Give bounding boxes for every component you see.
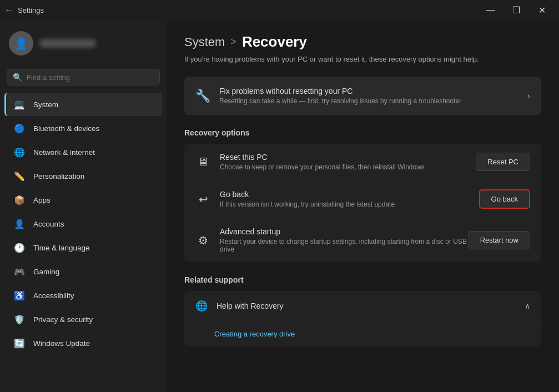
user-profile: 👤 <box>0 20 167 67</box>
go-back-icon: ↩ <box>195 193 211 206</box>
accessibility-icon: ♿ <box>13 289 26 301</box>
gaming-label: Gaming <box>33 268 59 276</box>
recovery-row-advanced-startup: ⚙ Advanced startup Restart your device t… <box>184 218 541 262</box>
window-controls: — ❐ ✕ <box>478 0 555 20</box>
go-back-subtitle: If this version isn't working, try unins… <box>220 200 479 208</box>
go-back-text: Go back If this version isn't working, t… <box>220 190 479 208</box>
chevron-right-icon: › <box>527 91 530 101</box>
breadcrumb-system: System <box>184 35 225 49</box>
personalization-icon: ✏️ <box>13 170 26 182</box>
apps-icon: 📦 <box>13 194 26 206</box>
breadcrumb-separator: > <box>230 36 236 48</box>
fix-card-subtitle: Resetting can take a while — first, try … <box>219 97 527 105</box>
time-language-icon: 🕐 <box>13 242 26 254</box>
related-support-header: Related support <box>184 275 541 284</box>
avatar: 👤 <box>9 31 33 56</box>
breadcrumb-page: Recovery <box>242 33 307 51</box>
sidebar-item-bluetooth[interactable]: 🔵 Bluetooth & devices <box>4 117 162 140</box>
minimize-button[interactable]: — <box>478 0 503 20</box>
accessibility-label: Accessibility <box>33 292 74 300</box>
page-description: If you're having problems with your PC o… <box>184 55 541 63</box>
app-title: Settings <box>18 6 44 14</box>
sidebar-item-accessibility[interactable]: ♿ Accessibility <box>4 284 162 307</box>
reset-pc-text: Reset this PC Choose to keep or remove y… <box>220 153 476 171</box>
network-icon: 🌐 <box>13 146 26 158</box>
maximize-button[interactable]: ❐ <box>503 0 529 20</box>
accounts-label: Accounts <box>33 220 64 228</box>
search-bar[interactable]: 🔍 <box>7 69 160 86</box>
advanced-startup-icon: ⚙ <box>195 234 211 247</box>
fix-problems-card[interactable]: 🔧 Fix problems without resetting your PC… <box>184 77 541 115</box>
sidebar-item-accounts[interactable]: 👤 Accounts <box>4 212 162 235</box>
app-body: 👤 🔍 💻 System 🔵 Bluetooth & devices 🌐 Net… <box>0 20 559 392</box>
reset-pc-subtitle: Choose to keep or remove your personal f… <box>220 163 476 171</box>
support-card: 🌐 Help with Recovery ∧ Creating a recove… <box>184 291 541 346</box>
sidebar-item-apps[interactable]: 📦 Apps <box>4 188 162 212</box>
recovery-options-list: 🖥 Reset this PC Choose to keep or remove… <box>184 144 541 262</box>
advanced-startup-button[interactable]: Restart now <box>469 231 530 249</box>
creating-recovery-drive-link[interactable]: Creating a recovery drive <box>214 330 295 338</box>
sidebar: 👤 🔍 💻 System 🔵 Bluetooth & devices 🌐 Net… <box>0 20 167 392</box>
username <box>40 39 95 47</box>
advanced-startup-text: Advanced startup Restart your device to … <box>220 227 469 253</box>
sidebar-item-privacy[interactable]: 🛡️ Privacy & security <box>4 308 162 331</box>
title-bar-left: ← Settings <box>4 5 44 15</box>
related-support: Related support 🌐 Help with Recovery ∧ C… <box>184 275 541 346</box>
windows-update-icon: 🔄 <box>13 337 26 349</box>
personalization-label: Personalization <box>33 172 84 180</box>
apps-label: Apps <box>33 196 51 204</box>
system-label: System <box>33 100 58 109</box>
chevron-up-icon: ∧ <box>525 301 530 310</box>
go-back-title: Go back <box>220 190 479 199</box>
sidebar-item-network[interactable]: 🌐 Network & internet <box>4 140 162 164</box>
title-bar: ← Settings — ❐ ✕ <box>0 0 559 20</box>
reset-pc-title: Reset this PC <box>220 153 476 162</box>
recovery-drive-row: Creating a recovery drive <box>184 321 541 346</box>
accounts-icon: 👤 <box>13 218 26 230</box>
network-label: Network & internet <box>33 148 95 157</box>
fix-card-title: Fix problems without resetting your PC <box>219 87 527 96</box>
privacy-label: Privacy & security <box>33 315 93 324</box>
help-with-recovery-row[interactable]: 🌐 Help with Recovery ∧ <box>184 291 541 321</box>
recovery-options-header: Recovery options <box>184 128 541 137</box>
recovery-row-go-back: ↩ Go back If this version isn't working,… <box>184 180 541 218</box>
close-button[interactable]: ✕ <box>529 0 555 20</box>
main-content: System > Recovery If you're having probl… <box>167 20 559 392</box>
privacy-icon: 🛡️ <box>13 313 26 325</box>
sidebar-item-time-language[interactable]: 🕐 Time & language <box>4 236 162 259</box>
sidebar-item-system[interactable]: 💻 System <box>4 93 162 116</box>
time-language-label: Time & language <box>33 244 90 252</box>
advanced-startup-title: Advanced startup <box>220 227 469 236</box>
bluetooth-label: Bluetooth & devices <box>33 124 99 133</box>
windows-update-label: Windows Update <box>33 339 90 348</box>
sidebar-item-windows-update[interactable]: 🔄 Windows Update <box>4 331 162 355</box>
search-input[interactable] <box>27 73 154 82</box>
gaming-icon: 🎮 <box>13 265 26 278</box>
search-icon: 🔍 <box>13 73 22 82</box>
help-icon: 🌐 <box>195 300 208 312</box>
breadcrumb: System > Recovery <box>184 33 541 51</box>
reset-pc-button[interactable]: Reset PC <box>476 153 530 171</box>
sidebar-item-personalization[interactable]: ✏️ Personalization <box>4 164 162 188</box>
go-back-button[interactable]: Go back <box>479 189 530 209</box>
help-with-recovery-title: Help with Recovery <box>216 301 525 310</box>
fix-problems-icon: 🔧 <box>195 89 210 103</box>
system-icon: 💻 <box>13 98 26 110</box>
sidebar-item-gaming[interactable]: 🎮 Gaming <box>4 260 162 283</box>
advanced-startup-subtitle: Restart your device to change startup se… <box>220 238 469 253</box>
recovery-row-reset-pc: 🖥 Reset this PC Choose to keep or remove… <box>184 144 541 180</box>
reset-pc-icon: 🖥 <box>195 155 211 168</box>
fix-card-text: Fix problems without resetting your PC R… <box>219 87 527 105</box>
back-icon[interactable]: ← <box>4 5 13 15</box>
bluetooth-icon: 🔵 <box>13 122 26 134</box>
